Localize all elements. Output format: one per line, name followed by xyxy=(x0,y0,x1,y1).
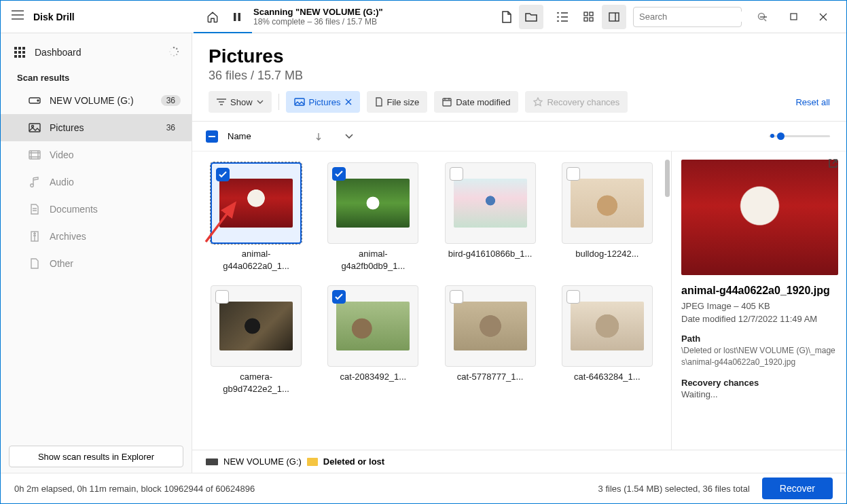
thumbnail-image xyxy=(571,179,644,228)
home-button[interactable] xyxy=(200,5,225,29)
thumbnail-image xyxy=(454,302,527,350)
sidebar-item-volume[interactable]: NEW VOLUME (G:) 36 xyxy=(1,87,192,114)
filter-label: Date modified xyxy=(456,97,510,107)
svg-rect-2 xyxy=(584,12,588,16)
thumbnail[interactable] xyxy=(211,285,302,367)
grid-view-button[interactable] xyxy=(576,5,600,29)
page-title: Pictures xyxy=(209,46,830,67)
svg-point-18 xyxy=(173,47,175,49)
filter-show-button[interactable]: Show xyxy=(209,91,272,113)
svg-point-23 xyxy=(170,54,172,55)
sort-asc-icon[interactable] xyxy=(315,132,322,141)
scrollbar-thumb[interactable] xyxy=(665,160,670,197)
svg-point-24 xyxy=(169,51,170,52)
other-icon xyxy=(28,258,41,269)
maximize-button[interactable] xyxy=(778,5,808,29)
page-subtitle: 36 files / 15.7 MB xyxy=(209,69,830,83)
sidebar-item-label: Documents xyxy=(50,204,181,215)
sidebar-item-audio[interactable]: Audio xyxy=(1,168,192,196)
svg-rect-10 xyxy=(18,47,21,50)
window-controls xyxy=(749,5,838,29)
svg-rect-0 xyxy=(234,13,236,21)
file-checkbox[interactable] xyxy=(215,290,229,304)
thumbnail[interactable] xyxy=(562,162,653,244)
file-card[interactable]: camera-gb9d7422e2_1... xyxy=(206,285,306,395)
thumbnail[interactable] xyxy=(445,162,536,244)
svg-rect-14 xyxy=(22,51,25,54)
close-icon[interactable] xyxy=(345,98,352,105)
file-icon-button[interactable] xyxy=(494,5,519,29)
select-all-checkbox[interactable] xyxy=(206,130,218,143)
show-in-explorer-button[interactable]: Show scan results in Explorer xyxy=(9,446,183,467)
pause-button[interactable] xyxy=(225,5,249,29)
search-input[interactable] xyxy=(639,12,753,22)
list-view-button[interactable] xyxy=(550,5,575,29)
zoom-thumb[interactable] xyxy=(777,132,785,140)
sidebar-dashboard[interactable]: Dashboard xyxy=(1,39,192,66)
filter-filesize-button[interactable]: File size xyxy=(367,91,428,113)
file-name: bird-g41610866b_1... xyxy=(445,248,536,260)
filter-label: Show xyxy=(230,97,253,107)
preview-image xyxy=(681,160,838,275)
active-tab-indicator xyxy=(194,32,252,33)
file-card[interactable]: bulldog-12242... xyxy=(557,162,657,272)
menu-icon[interactable] xyxy=(12,10,25,24)
folder-icon-button[interactable] xyxy=(519,5,543,29)
file-checkbox[interactable] xyxy=(216,168,230,181)
file-checkbox[interactable] xyxy=(450,290,463,304)
file-card[interactable]: cat-6463284_1... xyxy=(557,285,657,395)
column-name[interactable]: Name xyxy=(228,131,251,141)
file-card[interactable]: cat-5778777_1... xyxy=(440,285,541,395)
sidebar-item-pictures[interactable]: Pictures 36 xyxy=(1,114,192,141)
file-checkbox[interactable] xyxy=(566,290,580,304)
panel-view-button[interactable] xyxy=(602,5,626,29)
sidebar-item-video[interactable]: Video xyxy=(1,141,192,168)
list-header: Name xyxy=(192,122,846,151)
file-card[interactable]: animal-g44a0622a0_1... xyxy=(206,162,306,272)
breadcrumb-folder[interactable]: Deleted or lost xyxy=(323,456,384,467)
svg-rect-12 xyxy=(14,51,17,54)
file-card[interactable]: bird-g41610866b_1... xyxy=(440,162,541,272)
detail-pane: animal-g44a0622a0_1920.jpg JPEG Image – … xyxy=(671,151,846,450)
detail-path: \Deleted or lost\NEW VOLUME (G)\_mages\a… xyxy=(681,345,838,368)
file-checkbox[interactable] xyxy=(332,290,346,304)
scan-title: Scanning "NEW VOLUME (G:)" xyxy=(253,7,383,17)
search-box[interactable] xyxy=(633,7,742,27)
status-bar: 0h 2m elapsed, 0h 11m remain, block 1096… xyxy=(1,473,846,503)
filter-label: File size xyxy=(387,97,420,107)
breadcrumb-drive[interactable]: NEW VOLUME (G:) xyxy=(223,456,302,467)
file-checkbox[interactable] xyxy=(332,167,346,181)
file-card[interactable]: animal-g4a2fb0db9_1... xyxy=(323,162,423,272)
recover-button[interactable]: Recover xyxy=(762,478,833,499)
file-name: animal-g4a2fb0db9_1... xyxy=(327,248,418,272)
filter-date-button[interactable]: Date modified xyxy=(434,91,518,113)
filter-recovery-button[interactable]: Recovery chances xyxy=(525,91,628,113)
sidebar-item-other[interactable]: Other xyxy=(1,250,192,277)
thumbnail[interactable] xyxy=(562,285,653,367)
main-content: Pictures 36 files / 15.7 MB Show Picture… xyxy=(192,33,846,473)
filter-pictures-button[interactable]: Pictures xyxy=(286,91,360,113)
reset-all-link[interactable]: Reset all xyxy=(795,97,830,107)
main-header: Pictures 36 files / 15.7 MB xyxy=(192,33,846,91)
zoom-slider[interactable] xyxy=(769,135,830,137)
file-name: camera-gb9d7422e2_1... xyxy=(211,371,302,395)
chevron-down-icon[interactable] xyxy=(345,134,353,139)
file-checkbox[interactable] xyxy=(450,167,463,181)
thumbnail[interactable] xyxy=(327,162,418,244)
sidebar-footer: Show scan results in Explorer xyxy=(1,440,192,473)
thumbnail[interactable] xyxy=(445,285,536,367)
minimize-button[interactable] xyxy=(749,5,778,29)
thumbnail[interactable] xyxy=(211,162,302,244)
sidebar-item-archives[interactable]: Archives xyxy=(1,223,192,250)
close-button[interactable] xyxy=(808,5,838,29)
svg-point-19 xyxy=(176,48,177,50)
sidebar-item-documents[interactable]: Documents xyxy=(1,196,192,223)
thumbnail[interactable] xyxy=(327,285,418,367)
file-card[interactable]: cat-2083492_1... xyxy=(323,285,423,395)
sidebar-item-label: Video xyxy=(50,149,181,160)
titlebar-left: Disk Drill xyxy=(1,10,192,24)
thumbnail-image xyxy=(219,179,293,228)
open-external-icon[interactable] xyxy=(828,158,838,168)
file-checkbox[interactable] xyxy=(566,167,580,181)
sidebar-item-label: Other xyxy=(50,258,181,269)
